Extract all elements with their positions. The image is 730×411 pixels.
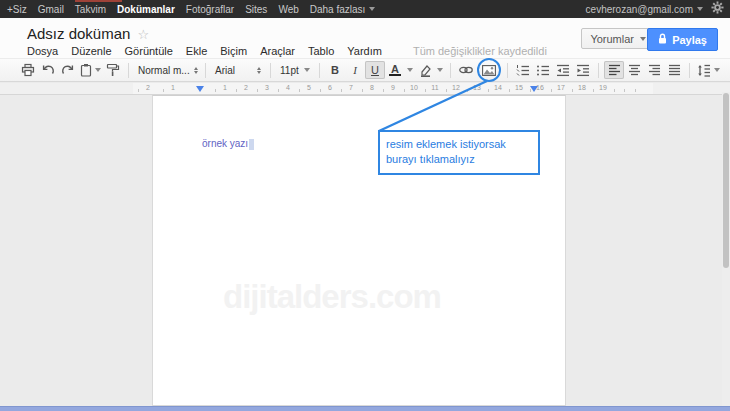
insert-image-button[interactable] [477, 58, 501, 82]
bold-label: B [329, 64, 341, 76]
toolbar-separator [128, 63, 129, 78]
menu-goruntule[interactable]: Görüntüle [125, 45, 173, 57]
ruler-tick [236, 89, 237, 92]
menu-araclar[interactable]: Araçlar [260, 45, 295, 57]
save-status: Tüm değişiklikler kaydedildi [413, 45, 547, 57]
ruler-number: 13 [473, 84, 481, 91]
topbar-more-label: Daha fazlası [310, 4, 366, 15]
ruler: 2112345678910111213141516171819 [0, 83, 730, 95]
topbar-link-takvim[interactable]: Takvim [75, 4, 106, 15]
menu-duzenle[interactable]: Düzenle [71, 45, 111, 57]
paste-button[interactable] [78, 61, 103, 79]
ruler-tick [320, 89, 321, 92]
underline-button[interactable]: U [365, 61, 385, 79]
redo-button[interactable] [58, 61, 78, 79]
paragraph-style-dropdown[interactable]: Normal m... [134, 61, 200, 79]
menu-yardim[interactable]: Yardım [347, 45, 382, 57]
text-color-button[interactable]: A [385, 61, 405, 79]
menu-dosya[interactable]: Dosya [27, 45, 58, 57]
star-icon[interactable]: ☆ [137, 27, 149, 42]
text-color-label: A [389, 64, 401, 76]
ruler-tick [488, 89, 489, 92]
ruler-tick [257, 89, 258, 92]
topbar-link-fotograflar[interactable]: Fotoğraflar [186, 4, 234, 15]
topbar-link-more[interactable]: Daha fazlası [310, 4, 376, 15]
comments-button-label: Yorumlar [590, 33, 634, 45]
ruler-tick [383, 89, 384, 92]
topbar-right: cevherozan@gmail.com [586, 0, 724, 18]
align-right-button[interactable] [644, 61, 664, 79]
ruler-number: 14 [494, 84, 502, 91]
annotation-callout: resim eklemek istiyorsak burayı tıklamal… [378, 130, 540, 175]
ruler-number: 1 [171, 84, 175, 91]
document-text-line: örnek yazı [202, 138, 254, 150]
increase-indent-button[interactable] [573, 61, 593, 79]
line-spacing-button[interactable] [695, 61, 722, 79]
highlight-color-button[interactable] [415, 61, 435, 79]
topbar-link-plus-you[interactable]: +Siz [7, 4, 27, 15]
ruler-tick [215, 89, 216, 92]
topbar-link-web[interactable]: Web [278, 4, 298, 15]
font-dropdown[interactable]: Arial [211, 61, 265, 79]
ruler-tick [572, 89, 573, 92]
toolbar: Normal m... Arial 11pt B I U A [0, 58, 730, 82]
menu-tablo[interactable]: Tablo [308, 45, 334, 57]
decrease-indent-button[interactable] [553, 61, 573, 79]
chevron-down-icon [697, 7, 703, 11]
chevron-down-icon[interactable] [407, 68, 413, 72]
underline-label: U [369, 64, 381, 76]
comments-button[interactable]: Yorumlar [581, 28, 655, 49]
menu-bicim[interactable]: Biçim [220, 45, 247, 57]
topbar-link-sites[interactable]: Sites [245, 4, 267, 15]
italic-button[interactable]: I [345, 61, 365, 79]
watermark: dijitalders.com [223, 278, 441, 316]
toolbar-separator [319, 63, 320, 78]
ruler-scale: 2112345678910111213141516171819 [133, 83, 653, 94]
account-menu[interactable]: cevherozan@gmail.com [586, 4, 703, 15]
left-indent-marker[interactable] [196, 86, 204, 92]
font-size-value: 11pt [280, 65, 300, 76]
ruler-tick [138, 89, 139, 92]
chevron-down-icon [304, 68, 310, 72]
ruler-number: 3 [265, 84, 269, 91]
ruler-tick [551, 89, 552, 92]
ruler-number: 11 [431, 84, 438, 91]
ruler-number: 15 [515, 84, 523, 91]
font-size-dropdown[interactable]: 11pt [276, 61, 314, 79]
chevron-down-icon[interactable] [437, 68, 443, 72]
right-indent-marker[interactable] [530, 86, 538, 92]
ruler-number: 18 [578, 84, 586, 91]
gear-icon[interactable] [711, 0, 724, 18]
align-left-button[interactable] [604, 61, 624, 79]
share-button[interactable]: Paylaş [647, 28, 718, 51]
account-email: cevherozan@gmail.com [586, 4, 693, 15]
ruler-number: 7 [349, 84, 353, 91]
justify-button[interactable] [664, 61, 684, 79]
topbar-link-dokumanlar[interactable]: Dokümanlar [117, 4, 175, 15]
menubar: Dosya Düzenle Görüntüle Ekle Biçim Araçl… [27, 45, 547, 57]
topbar-link-gmail[interactable]: Gmail [38, 4, 64, 15]
document-area: dijitalders.com örnek yazı [0, 95, 730, 407]
insert-link-button[interactable] [456, 61, 476, 79]
bullet-list-button[interactable] [533, 61, 553, 79]
scrollbar-thumb[interactable] [723, 93, 729, 268]
ruler-number: 8 [370, 84, 374, 91]
ruler-number: 17 [557, 84, 565, 91]
numbered-list-button[interactable] [513, 61, 533, 79]
print-button[interactable] [18, 61, 38, 79]
toolbar-separator [450, 63, 451, 78]
align-center-button[interactable] [624, 61, 644, 79]
ruler-number: 9 [391, 84, 395, 91]
paint-format-button[interactable] [103, 61, 123, 79]
bold-button[interactable]: B [325, 61, 345, 79]
menu-ekle[interactable]: Ekle [186, 45, 207, 57]
ruler-tick [614, 89, 615, 92]
undo-button[interactable] [38, 61, 58, 79]
ruler-tick [163, 89, 164, 92]
bottom-bar [0, 406, 730, 411]
chevron-down-icon [714, 68, 720, 72]
ruler-tick [362, 89, 363, 92]
google-topbar: +Siz Gmail Takvim Dokümanlar Fotoğraflar… [0, 0, 730, 18]
active-tab-indicator [75, 0, 122, 2]
document-title[interactable]: Adsız doküman☆ [27, 25, 149, 42]
